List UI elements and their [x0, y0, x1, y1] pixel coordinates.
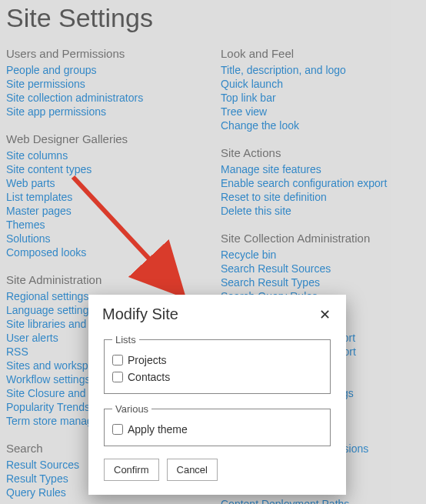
close-icon[interactable]: ✕ — [318, 306, 332, 323]
contacts-row[interactable]: Contacts — [112, 369, 322, 386]
contacts-checkbox[interactable] — [112, 372, 123, 382]
confirm-button[interactable]: Confirm — [104, 459, 159, 481]
projects-label: Projects — [128, 354, 167, 366]
modify-site-dialog: Modify Site ✕ Lists Projects Contacts Va… — [88, 295, 346, 495]
various-fieldset: Various Apply theme — [104, 403, 331, 446]
lists-fieldset: Lists Projects Contacts — [104, 334, 331, 394]
cancel-button[interactable]: Cancel — [167, 459, 218, 481]
apply-theme-label: Apply theme — [128, 423, 188, 436]
projects-row[interactable]: Projects — [112, 352, 322, 369]
various-legend: Various — [112, 403, 151, 415]
dialog-title: Modify Site — [102, 305, 178, 323]
contacts-label: Contacts — [128, 371, 170, 383]
lists-legend: Lists — [112, 334, 139, 345]
apply-theme-row[interactable]: Apply theme — [112, 421, 322, 438]
apply-theme-checkbox[interactable] — [112, 424, 123, 435]
projects-checkbox[interactable] — [112, 355, 123, 365]
